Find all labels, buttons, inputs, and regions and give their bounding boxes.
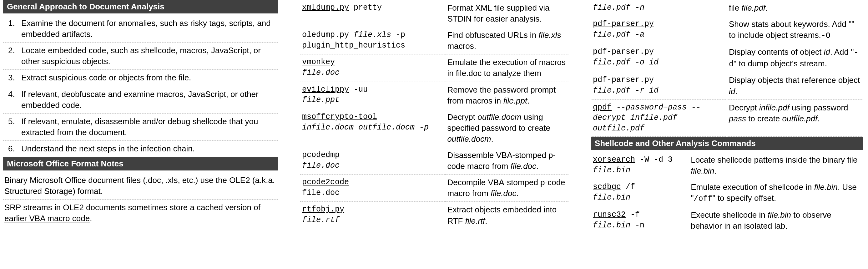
description-cell: file file.pdf.: [727, 0, 863, 16]
command-cell: xmldump.py pretty: [300, 0, 445, 27]
command-row: msoffcrypto-toolinfile.docm outfile.docm…: [300, 109, 569, 147]
step-item: Understand the next steps in the infecti…: [3, 141, 278, 157]
command-cell: msoffcrypto-toolinfile.docm outfile.docm…: [300, 109, 445, 147]
command-row: pdf-parser.py file.pdf -o idDisplay cont…: [591, 44, 863, 72]
command-row: pcodedmpfile.docDisassemble VBA-stomped …: [300, 147, 569, 175]
command-cell: pdf-parser.py file.pdf -r id: [591, 72, 727, 99]
command-cell: pcodedmpfile.doc: [300, 147, 445, 175]
step-item: If relevant, deobfuscate and examine mac…: [3, 86, 278, 114]
command-row: runsc32 -f file.bin -nExecute shellcode …: [591, 207, 863, 234]
step-item: Examine the document for anomalies, such…: [3, 15, 278, 42]
command-row: evilclippy -uufile.pptRemove the passwor…: [300, 82, 569, 109]
command-row: oledump.py file.xls -p plugin_http_heuri…: [300, 27, 569, 54]
description-cell: Decrypt infile.pdf using password pass t…: [727, 99, 863, 137]
description-cell: Disassemble VBA-stomped p-code macro fro…: [445, 147, 569, 175]
note-ole2: Binary Microsoft Office document files (…: [3, 172, 278, 200]
command-cell: evilclippy -uufile.ppt: [300, 82, 445, 109]
command-row: file.pdf -nfile file.pdf.: [591, 0, 863, 16]
note-link: earlier VBA macro code: [4, 214, 90, 223]
description-cell: Show stats about keywords. Add "" to inc…: [727, 16, 863, 44]
command-cell: pdf-parser.py file.pdf -o id: [591, 44, 727, 72]
step-item: Extract suspicious code or objects from …: [3, 70, 278, 86]
command-row: pcode2codefile.docDecompile VBA-stomped …: [300, 175, 569, 202]
commands-table: xmldump.py prettyFormat XML file supplie…: [300, 0, 569, 229]
description-cell: Decompile VBA-stomped p-code macro from …: [445, 175, 569, 202]
note-srp: SRP streams in OLE2 documents sometimes …: [3, 200, 278, 227]
description-cell: Format XML file supplied via STDIN for e…: [445, 0, 569, 27]
header-office-notes: Microsoft Office Format Notes: [3, 157, 278, 171]
header-general-approach: General Approach to Document Analysis: [3, 0, 278, 13]
step-item: Locate embedded code, such as shellcode,…: [3, 42, 278, 70]
column-office-commands: xmldump.py prettyFormat XML file supplie…: [300, 0, 569, 234]
command-row: xmldump.py prettyFormat XML file supplie…: [300, 0, 569, 27]
pdf-commands-table: file.pdf -nfile file.pdf.pdf-parser.pyfi…: [591, 0, 863, 137]
description-cell: Emulate the execution of macros in file.…: [445, 54, 569, 82]
command-cell: file.pdf -n: [591, 0, 727, 16]
column-general-approach: General Approach to Document Analysis Ex…: [3, 0, 278, 234]
description-cell: Display contents of object id. Add "-d" …: [727, 44, 863, 72]
command-row: xorsearch -W -d 3 file.binLocate shellco…: [591, 152, 863, 179]
command-row: rtfobj.pyfile.rtfExtract objects embedde…: [300, 202, 569, 229]
note-text: SRP streams in OLE2 documents sometimes …: [4, 203, 260, 212]
step-item: If relevant, emulate, disassemble and/or…: [3, 114, 278, 141]
command-cell: qpdf --password=pass --decrypt infile.pd…: [591, 99, 727, 137]
description-cell: Emulate execution of shellcode in file.b…: [689, 179, 863, 207]
command-cell: runsc32 -f file.bin -n: [591, 207, 689, 234]
command-row: vmonkeyfile.docEmulate the execution of …: [300, 54, 569, 82]
command-row: pdf-parser.py file.pdf -r idDisplay obje…: [591, 72, 863, 99]
note-text: .: [90, 214, 92, 223]
command-cell: pdf-parser.pyfile.pdf -a: [591, 16, 727, 44]
command-cell: pcode2codefile.doc: [300, 175, 445, 202]
command-row: scdbgc /f file.binEmulate execution of s…: [591, 179, 863, 207]
command-cell: rtfobj.pyfile.rtf: [300, 202, 445, 229]
steps-list: Examine the document for anomalies, such…: [3, 15, 278, 157]
command-row: pdf-parser.pyfile.pdf -aShow stats about…: [591, 16, 863, 44]
description-cell: Decrypt outfile.docm using specified pas…: [445, 109, 569, 147]
description-cell: Execute shellcode in file.bin to observe…: [689, 207, 863, 234]
description-cell: Remove the password prompt from macros i…: [445, 82, 569, 109]
description-cell: Find obfuscated URLs in file.xls macros.: [445, 27, 569, 54]
command-row: qpdf --password=pass --decrypt infile.pd…: [591, 99, 863, 137]
command-cell: scdbgc /f file.bin: [591, 179, 689, 207]
command-cell: oledump.py file.xls -p plugin_http_heuri…: [300, 27, 445, 54]
shellcode-commands-table: xorsearch -W -d 3 file.binLocate shellco…: [591, 152, 863, 234]
description-cell: Display objects that reference object id…: [727, 72, 863, 99]
column-pdf-shellcode: file.pdf -nfile file.pdf.pdf-parser.pyfi…: [591, 0, 863, 234]
command-cell: vmonkeyfile.doc: [300, 54, 445, 82]
description-cell: Locate shellcode patterns inside the bin…: [689, 152, 863, 179]
description-cell: Extract objects embedded into RTF file.r…: [445, 202, 569, 229]
command-cell: xorsearch -W -d 3 file.bin: [591, 152, 689, 179]
header-shellcode: Shellcode and Other Analysis Commands: [591, 137, 863, 150]
